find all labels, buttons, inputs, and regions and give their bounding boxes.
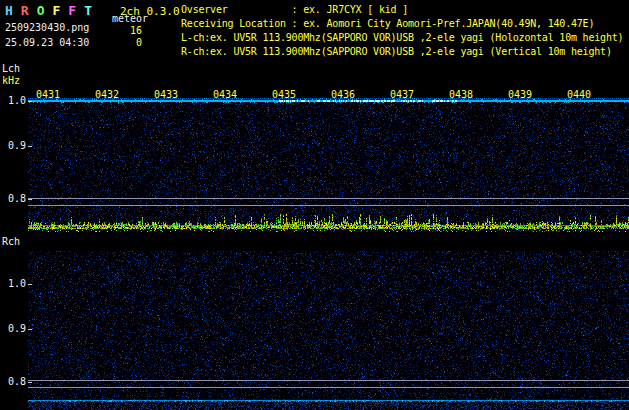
- title-letter-r: R: [21, 3, 29, 18]
- lch-freq-label-1.0: 1.0: [6, 95, 26, 106]
- title-letter-t: T: [84, 3, 92, 18]
- rch-panel-label: Rch: [2, 236, 20, 248]
- app-title: HROFFT: [5, 3, 100, 18]
- meteor-count-lch: 16: [112, 25, 142, 37]
- meteor-count-rch: 0: [112, 37, 142, 49]
- khz-unit-label: kHz: [2, 75, 20, 87]
- title-letter-f1: F: [52, 3, 60, 18]
- title-letter-f2: F: [68, 3, 76, 18]
- rch-rig-line: R-ch:ex. UV5R 113.900Mhz(SAPPORO VOR)USB…: [181, 45, 623, 59]
- filename-label: 2509230430.png: [5, 22, 89, 34]
- datetime-label: 25.09.23 04:30: [5, 37, 89, 49]
- lch-panel-label: Lch: [2, 63, 20, 75]
- station-info: Ovserver : ex. JR7CYX [ kid ] Receiving …: [181, 3, 623, 59]
- receiving-location-line: Receiving Location : ex. Aomori City Aom…: [181, 17, 623, 31]
- rch-spectrogram: [28, 251, 629, 410]
- lch-freq-label-0.9: 0.9: [6, 140, 26, 151]
- title-letter-o: O: [37, 3, 45, 18]
- meteor-label: meteor: [112, 13, 148, 25]
- lch-freq-label-0.8: 0.8: [6, 193, 26, 204]
- title-letter-h: H: [5, 3, 13, 18]
- lch-rig-line: L-ch:ex. UV5R 113.900Mhz(SAPPORO VOR)USB…: [181, 31, 623, 45]
- rch-freq-label-1.0: 1.0: [6, 278, 26, 289]
- hrofft-window: HROFFT 2ch 0.3.0 2509230430.png meteor 1…: [0, 0, 629, 410]
- rch-freq-label-0.9: 0.9: [6, 323, 26, 334]
- lch-spectrogram: [28, 98, 629, 232]
- rch-freq-label-0.8: 0.8: [6, 376, 26, 387]
- observer-line: Ovserver : ex. JR7CYX [ kid ]: [181, 3, 623, 17]
